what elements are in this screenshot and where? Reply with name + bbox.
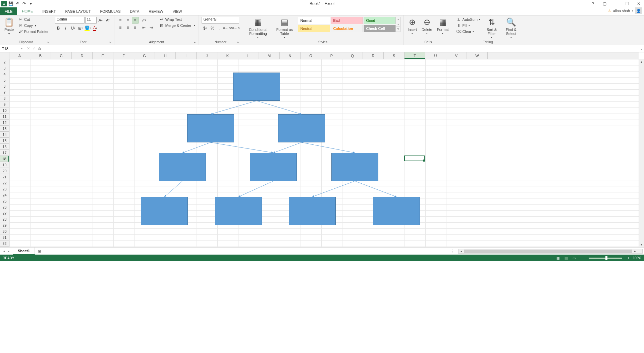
delete-cells-button[interactable]: ⊖Delete▾ xyxy=(420,17,434,36)
tree-box-L4-1[interactable] xyxy=(141,197,188,225)
cells-area[interactable] xyxy=(9,59,639,247)
tab-view[interactable]: VIEW xyxy=(168,7,187,15)
format-painter-button[interactable]: 🖌Format Painter xyxy=(17,29,49,34)
style-good[interactable]: Good xyxy=(364,17,396,24)
tree-box-L1-1[interactable] xyxy=(233,73,280,101)
increase-font-icon[interactable]: A▴ xyxy=(97,17,104,24)
help-icon[interactable]: ? xyxy=(589,1,597,6)
row-header-9[interactable]: 9 xyxy=(0,101,9,107)
find-select-button[interactable]: 🔍Find & Select▾ xyxy=(502,17,520,40)
percent-icon[interactable]: % xyxy=(209,25,216,32)
gallery-down-icon[interactable]: ▾ xyxy=(396,22,400,27)
name-box[interactable]: T18 xyxy=(0,45,24,52)
account-area[interactable]: ⚠ alina shah ▾ 👤 xyxy=(608,7,642,14)
col-header-S[interactable]: S xyxy=(384,52,405,59)
format-as-table-button[interactable]: ▤ Format as Table▾ xyxy=(273,17,296,40)
border-button[interactable]: ⊞▾ xyxy=(77,25,84,32)
qat-customize-icon[interactable]: ▾ xyxy=(28,1,34,6)
save-icon[interactable]: 💾 xyxy=(8,1,13,6)
row-header-14[interactable]: 14 xyxy=(0,132,9,138)
style-neutral[interactable]: Neutral xyxy=(298,25,330,32)
font-size-select[interactable]: 11 xyxy=(85,17,97,24)
account-dropdown-icon[interactable]: ▾ xyxy=(632,9,633,12)
copy-button[interactable]: ⎘Copy▾ xyxy=(17,23,49,28)
paste-button[interactable]: 📋 Paste ▾ xyxy=(3,17,15,36)
expand-formula-bar-icon[interactable]: ⌄ xyxy=(638,45,644,52)
row-header-7[interactable]: 7 xyxy=(0,89,9,95)
cancel-formula-icon[interactable]: ✕ xyxy=(27,46,30,51)
row-header-19[interactable]: 19 xyxy=(0,162,9,168)
bold-button[interactable]: B xyxy=(55,25,62,32)
decrease-indent-icon[interactable]: ⇤ xyxy=(141,24,147,31)
dialog-launcher-icon[interactable]: ⬊ xyxy=(47,41,49,44)
col-header-N[interactable]: N xyxy=(280,52,301,59)
font-color-button[interactable]: A▾ xyxy=(92,25,99,32)
row-header-30[interactable]: 30 xyxy=(0,228,9,234)
align-right-icon[interactable]: ≡ xyxy=(132,24,139,31)
tab-data[interactable]: DATA xyxy=(125,7,144,15)
tab-formulas[interactable]: FORMULAS xyxy=(95,7,125,15)
row-header-17[interactable]: 17 xyxy=(0,150,9,156)
gallery-expand[interactable]: ▴ ▾ ⊻ xyxy=(396,17,400,32)
fx-icon[interactable]: fx xyxy=(38,47,41,51)
decrease-font-icon[interactable]: A▾ xyxy=(105,17,111,24)
col-header-K[interactable]: K xyxy=(217,52,238,59)
align-bottom-icon[interactable]: ≡ xyxy=(132,17,139,24)
col-header-D[interactable]: D xyxy=(72,52,93,59)
row-header-31[interactable]: 31 xyxy=(0,234,9,240)
col-header-A[interactable]: A xyxy=(9,52,30,59)
row-header-11[interactable]: 11 xyxy=(0,114,9,120)
sort-filter-button[interactable]: ⇅Sort & Filter▾ xyxy=(483,17,500,40)
row-header-27[interactable]: 27 xyxy=(0,210,9,216)
row-header-4[interactable]: 4 xyxy=(0,71,9,77)
col-header-C[interactable]: C xyxy=(51,52,72,59)
horizontal-scrollbar[interactable]: ◂ ▸ xyxy=(458,249,643,254)
scroll-up-icon[interactable]: ▴ xyxy=(639,59,644,64)
ribbon-display-icon[interactable]: ▢ xyxy=(600,1,608,6)
col-header-G[interactable]: G xyxy=(134,52,155,59)
zoom-slider[interactable] xyxy=(589,258,622,259)
redo-icon[interactable]: ↷ xyxy=(21,1,27,6)
align-left-icon[interactable]: ≡ xyxy=(117,24,124,31)
style-check-cell[interactable]: Check Cell xyxy=(364,25,396,32)
row-header-5[interactable]: 5 xyxy=(0,77,9,83)
selected-cell[interactable] xyxy=(404,156,425,161)
tab-file[interactable]: FILE xyxy=(0,7,17,15)
col-header-T[interactable]: T xyxy=(405,52,425,59)
row-header-21[interactable]: 21 xyxy=(0,174,9,180)
style-bad[interactable]: Bad xyxy=(331,17,363,24)
tree-box-L2-1[interactable] xyxy=(187,114,234,142)
tab-review[interactable]: REVIEW xyxy=(144,7,168,15)
select-all-corner[interactable] xyxy=(0,52,9,59)
sheet-nav-next-icon[interactable]: ▸ xyxy=(8,249,9,253)
tree-box-L3-3[interactable] xyxy=(331,153,378,181)
add-sheet-button[interactable]: ⊕ xyxy=(35,248,44,255)
orientation-icon[interactable]: ⤢▾ xyxy=(141,17,147,24)
align-middle-icon[interactable]: ≡ xyxy=(124,17,131,24)
row-header-32[interactable]: 32 xyxy=(0,240,9,247)
row-header-20[interactable]: 20 xyxy=(0,168,9,174)
clear-button[interactable]: ⌫Clear▾ xyxy=(456,29,481,34)
hscroll-split-icon[interactable]: ⋮ xyxy=(451,249,455,254)
view-normal-icon[interactable]: ▦ xyxy=(554,255,562,261)
restore-icon[interactable]: ❐ xyxy=(623,1,631,6)
row-header-18[interactable]: 18 xyxy=(0,156,9,162)
cell-styles-gallery[interactable]: Normal Bad Good Neutral Calculation Chec… xyxy=(298,17,396,32)
tab-page-layout[interactable]: PAGE LAYOUT xyxy=(60,7,95,15)
minimize-icon[interactable]: — xyxy=(612,1,620,6)
close-icon[interactable]: ✕ xyxy=(635,1,643,6)
dialog-launcher-icon[interactable]: ⬊ xyxy=(237,41,239,44)
tab-insert[interactable]: INSERT xyxy=(38,7,60,15)
col-header-Q[interactable]: Q xyxy=(342,52,363,59)
view-page-break-icon[interactable]: ▭ xyxy=(571,255,578,261)
row-header-24[interactable]: 24 xyxy=(0,192,9,198)
dialog-launcher-icon[interactable]: ⬊ xyxy=(194,41,196,44)
sheet-tab-sheet1[interactable]: Sheet1 xyxy=(13,248,35,255)
row-header-23[interactable]: 23 xyxy=(0,186,9,192)
vertical-scrollbar[interactable]: ▴ ▾ xyxy=(639,59,644,247)
tree-box-L4-4[interactable] xyxy=(373,197,420,225)
style-normal[interactable]: Normal xyxy=(298,17,330,24)
row-header-6[interactable]: 6 xyxy=(0,83,9,89)
avatar[interactable]: 👤 xyxy=(635,7,642,14)
enter-formula-icon[interactable]: ✓ xyxy=(33,46,36,51)
